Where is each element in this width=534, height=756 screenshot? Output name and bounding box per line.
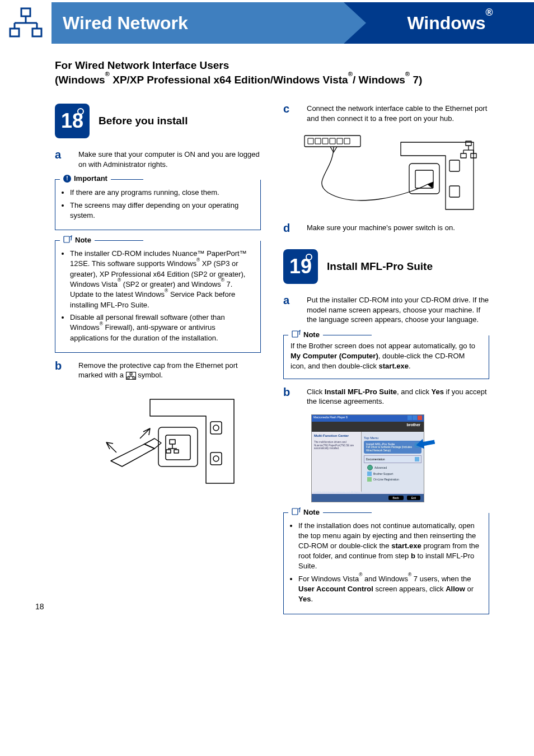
- right-column: c Connect the network interface cable to…: [283, 104, 489, 622]
- step-19b-text: Click Install MFL-Pro Suite, and click Y…: [307, 387, 489, 407]
- note-label: Note: [288, 507, 323, 517]
- window-controls: [407, 416, 422, 421]
- svg-rect-28: [322, 138, 328, 144]
- page-header: Wired Network Windows®: [0, 2, 534, 44]
- svg-rect-5: [10, 29, 19, 36]
- letter-b: b: [55, 360, 69, 380]
- step-18c-text: Connect the network interface cable to t…: [307, 104, 489, 123]
- list-item: The screens may differ depending on your…: [70, 200, 254, 221]
- step-19a: a Put the installer CD-ROM into your CD-…: [283, 295, 489, 325]
- brand-bar: brother: [312, 422, 424, 432]
- close-icon: [418, 416, 422, 420]
- online-reg-link[interactable]: On-Line Registration: [367, 477, 421, 482]
- svg-rect-44: [292, 508, 298, 515]
- svg-rect-23: [166, 450, 171, 453]
- minimize-icon: [407, 416, 412, 420]
- svg-rect-19: [166, 435, 190, 460]
- svg-rect-25: [305, 136, 360, 147]
- note-box-19a: Note If the Brother screen does not appe…: [283, 335, 489, 379]
- list-item: If the installation does not continue au…: [298, 521, 482, 572]
- maximize-icon: [413, 416, 417, 420]
- svg-rect-32: [449, 160, 460, 171]
- step-18c: c Connect the network interface cable to…: [283, 104, 489, 123]
- advanced-link[interactable]: Advanced: [367, 465, 421, 470]
- svg-point-15: [213, 425, 219, 431]
- svg-rect-34: [409, 164, 439, 194]
- step-19a-text: Put the installer CD-ROM into your CD-RO…: [307, 295, 489, 325]
- step-18a-text: Make sure that your computer is ON and y…: [78, 150, 261, 169]
- note-19a-text: If the Brother screen does not appear au…: [291, 341, 482, 372]
- window-title: Macromedia Flash Player 8: [313, 416, 348, 421]
- wired-network-banner: Wired Network: [51, 2, 344, 44]
- screenshot-copyright: © 2001-2010 Brother Industries, Ltd. All…: [314, 491, 371, 493]
- note-icon: [63, 235, 72, 245]
- top-menu-label: Top Menu: [364, 436, 421, 440]
- important-label: ! Important: [60, 174, 111, 183]
- note-icon: [292, 330, 301, 339]
- install-mfl-button[interactable]: Install MFL-Pro Suite Full Driver & Soft…: [364, 441, 421, 454]
- svg-rect-14: [210, 422, 222, 434]
- svg-rect-12: [127, 377, 129, 379]
- note-19b-list: If the installation does not continue au…: [291, 521, 482, 605]
- list-item: For Windows Vista® and Windows® 7 users,…: [298, 574, 482, 605]
- documentation-row[interactable]: Documentation: [364, 455, 421, 463]
- svg-rect-43: [292, 331, 298, 337]
- support-icon: [367, 472, 372, 476]
- svg-rect-9: [130, 373, 132, 375]
- important-list: If there are any programs running, close…: [62, 188, 254, 221]
- svg-point-17: [213, 456, 219, 461]
- wired-network-title: Wired Network: [63, 13, 188, 34]
- letter-d: d: [283, 222, 298, 235]
- gear-icon: [367, 465, 373, 470]
- letter-a: a: [283, 294, 298, 325]
- step-18-header: 18 Before you install: [55, 104, 261, 138]
- ethernet-port-illustration: [77, 388, 245, 489]
- step-19-title: Install MFL-Pro Suite: [327, 260, 433, 273]
- svg-rect-7: [64, 236, 69, 242]
- svg-rect-20: [170, 440, 175, 444]
- doc-icon: [415, 457, 419, 461]
- letter-b: b: [283, 386, 298, 407]
- svg-rect-30: [337, 138, 343, 144]
- left-column: 18 Before you install a Make sure that y…: [55, 104, 261, 622]
- svg-rect-26: [308, 138, 313, 144]
- banner-arrow: [344, 2, 366, 44]
- step-18b-text: Remove the protective cap from the Ether…: [78, 361, 261, 380]
- list-item: Disable all personal firewall software (…: [70, 312, 254, 343]
- step-18d: d Make sure your machine's power switch …: [283, 223, 489, 235]
- svg-rect-13: [133, 377, 135, 379]
- important-icon: !: [63, 175, 71, 183]
- step-19b: b Click Install MFL-Pro Suite, and click…: [283, 387, 489, 407]
- svg-rect-18: [158, 427, 198, 466]
- svg-rect-31: [344, 138, 350, 144]
- svg-rect-0: [21, 8, 30, 16]
- mfc-heading: Multi-Function Center: [314, 434, 359, 437]
- letter-a: a: [55, 148, 69, 169]
- network-icon: [0, 2, 51, 44]
- reg-icon: [367, 477, 372, 482]
- svg-rect-27: [315, 138, 321, 144]
- step-19-badge: 19: [283, 249, 318, 284]
- page-number: 18: [35, 602, 44, 611]
- step-18b: b Remove the protective cap from the Eth…: [55, 361, 261, 380]
- step-18-badge: 18: [55, 104, 90, 138]
- note-18-list: The installer CD-ROM includes Nuance™ Pa…: [62, 249, 254, 343]
- note-icon: [292, 507, 301, 517]
- exit-button[interactable]: Exit: [407, 496, 420, 500]
- svg-rect-6: [32, 29, 41, 36]
- svg-rect-29: [330, 138, 335, 144]
- note-label: Note: [60, 235, 95, 245]
- windows-title: Windows®: [407, 13, 493, 34]
- ethernet-symbol-icon: [126, 372, 136, 380]
- back-button[interactable]: Back: [388, 496, 404, 500]
- svg-rect-33: [449, 186, 460, 197]
- note-label: Note: [288, 330, 323, 339]
- svg-rect-36: [466, 141, 471, 146]
- section-heading: For Wired Network Interface Users (Windo…: [55, 58, 484, 87]
- support-link[interactable]: Brother Support: [367, 472, 421, 476]
- list-item: If there are any programs running, close…: [70, 188, 254, 198]
- step-18d-text: Make sure your machine's power switch is…: [307, 223, 489, 235]
- important-box: ! Important If there are any programs ru…: [55, 179, 261, 230]
- windows-banner: Windows®: [366, 2, 534, 44]
- side-description: The multifunction drivers and Nuance(TM)…: [314, 441, 359, 451]
